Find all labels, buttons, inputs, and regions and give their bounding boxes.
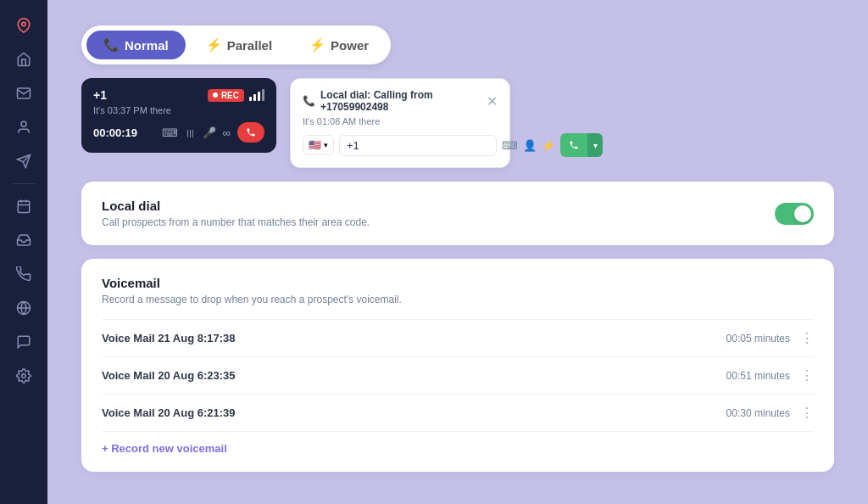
- dialpad-icon[interactable]: ⌨: [162, 126, 178, 139]
- voicemail-menu-1[interactable]: ⋮: [800, 330, 814, 346]
- call-controls: ⌨ ⫼ 🎤 ∞: [162, 122, 264, 143]
- home-icon[interactable]: [8, 44, 39, 75]
- toggle-knob: [794, 205, 811, 222]
- active-call-card: +1 REC It's 03:37 PM there 00:00:: [81, 78, 276, 153]
- chevron-down-icon: ▾: [324, 141, 328, 149]
- local-dial-time: It's 01:08 AM there: [303, 116, 498, 126]
- globe-icon[interactable]: [8, 293, 39, 323]
- inbox-icon[interactable]: [8, 225, 39, 255]
- svg-point-1: [21, 121, 26, 126]
- voicemail-name-2: Voice Mail 20 Aug 6:23:35: [102, 369, 236, 382]
- local-dial-toggle[interactable]: [775, 203, 814, 225]
- voicemail-name-3: Voice Mail 20 Aug 6:21:39: [102, 406, 236, 419]
- voicemail-item: Voice Mail 20 Aug 6:23:35 00:51 minutes …: [102, 356, 814, 394]
- split-icon[interactable]: ⫼: [185, 126, 196, 139]
- voicemail-item: Voice Mail 21 Aug 8:17:38 00:05 minutes …: [102, 319, 814, 356]
- signal-bar-2: [253, 94, 256, 101]
- signal-bar-3: [258, 92, 260, 101]
- call-button-group: ▾: [560, 133, 603, 157]
- keypad-icon[interactable]: ⌨: [502, 139, 518, 152]
- close-call-card-icon[interactable]: ✕: [487, 93, 498, 109]
- voicemail-menu-3[interactable]: ⋮: [800, 405, 814, 421]
- sidebar-divider: [11, 183, 36, 184]
- voicemail-right-1: 00:05 minutes ⋮: [726, 330, 814, 346]
- tab-power-label: Power: [331, 38, 369, 53]
- dial-action-icons: ⌨ 👤 ⚡: [502, 139, 555, 152]
- mode-tabs: 📞 Normal ⚡ Parallel ⚡ Power: [81, 25, 391, 64]
- settings-card-title: Local dial: [102, 199, 370, 213]
- signal-bar-4: [262, 89, 264, 101]
- parallel-tab-icon: ⚡: [206, 37, 222, 53]
- voicemail-name-1: Voice Mail 21 Aug 8:17:38: [102, 332, 236, 344]
- user-add-icon[interactable]: 👤: [523, 139, 537, 152]
- sidebar: [0, 0, 47, 504]
- location-icon[interactable]: [8, 10, 39, 41]
- settings-icon[interactable]: [8, 361, 39, 391]
- local-dial-header-label: 📞 Local dial: Calling from +17059902498: [303, 89, 487, 113]
- tab-normal[interactable]: 📞 Normal: [86, 31, 186, 59]
- user-icon[interactable]: [8, 112, 39, 143]
- end-call-button[interactable]: [237, 122, 264, 143]
- dial-input-row: 🇺🇸 ▾ ⌨ 👤 ⚡ ▾: [303, 133, 498, 157]
- call-time-info: It's 03:37 PM there: [93, 105, 264, 115]
- local-dial-settings-card: Local dial Call prospects from a number …: [81, 182, 834, 245]
- tab-parallel[interactable]: ⚡ Parallel: [189, 31, 289, 59]
- call-green-button[interactable]: [560, 133, 587, 157]
- voicemail-item: Voice Mail 20 Aug 6:21:39 00:30 minutes …: [102, 394, 814, 431]
- svg-rect-4: [18, 201, 30, 213]
- voicemail-right-3: 00:30 minutes ⋮: [726, 405, 814, 421]
- calendar-icon[interactable]: [8, 191, 39, 221]
- voicemail-right-2: 00:51 minutes ⋮: [726, 367, 814, 384]
- chat-icon[interactable]: [8, 327, 39, 357]
- signal-bars: [249, 89, 264, 101]
- rec-badge: REC: [208, 89, 244, 102]
- tab-power[interactable]: ⚡ Power: [292, 31, 386, 59]
- settings-card-text: Local dial Call prospects from a number …: [102, 199, 370, 228]
- voicemail-duration-3: 00:30 minutes: [726, 407, 790, 419]
- phone-tab-icon: 📞: [103, 37, 120, 53]
- call-cards-row: +1 REC It's 03:37 PM there 00:00:: [81, 78, 834, 168]
- call-duration: 00:00:19: [93, 126, 137, 139]
- voicemail-title: Voicemail: [102, 276, 814, 290]
- record-new-voicemail[interactable]: + Record new voicemail: [102, 431, 814, 455]
- voicemail-list: Voice Mail 21 Aug 8:17:38 00:05 minutes …: [102, 319, 814, 431]
- flag-emoji: 🇺🇸: [309, 139, 321, 151]
- call-duration-row: 00:00:19 ⌨ ⫼ 🎤 ∞: [93, 122, 264, 143]
- call-dropdown-button[interactable]: ▾: [587, 133, 603, 157]
- record-new-label: + Record new voicemail: [102, 442, 227, 455]
- svg-point-10: [22, 374, 26, 378]
- phone-sidebar-icon[interactable]: [8, 259, 39, 289]
- voicemail-duration-2: 00:51 minutes: [726, 370, 790, 382]
- mail-badge-icon[interactable]: [8, 78, 39, 109]
- rec-dot: [213, 92, 218, 98]
- flash-icon[interactable]: ⚡: [542, 139, 555, 152]
- phone-green-icon: 📞: [303, 95, 315, 107]
- voicemail-duration-1: 00:05 minutes: [726, 333, 790, 344]
- svg-point-0: [22, 22, 26, 26]
- tab-parallel-label: Parallel: [227, 38, 272, 53]
- settings-card-desc: Call prospects from a number that matche…: [102, 216, 370, 228]
- voicemail-desc: Record a message to drop when you reach …: [102, 294, 814, 305]
- flag-country-select[interactable]: 🇺🇸 ▾: [303, 135, 334, 155]
- voicemail-card: Voicemail Record a message to drop when …: [81, 259, 834, 472]
- phone-number-input[interactable]: [339, 135, 497, 156]
- local-dial-call-card: 📞 Local dial: Calling from +17059902498 …: [290, 78, 510, 168]
- call-number: +1: [93, 88, 107, 102]
- voicemail-menu-2[interactable]: ⋮: [800, 367, 814, 384]
- send-icon[interactable]: [8, 146, 39, 176]
- mute-icon[interactable]: 🎤: [203, 126, 216, 139]
- rec-label: REC: [221, 91, 239, 100]
- power-tab-icon: ⚡: [309, 37, 326, 53]
- settings-card-header: Local dial Call prospects from a number …: [102, 199, 814, 228]
- voicemail-ctrl-icon[interactable]: ∞: [223, 126, 231, 139]
- local-dial-text: Local dial: Calling from +17059902498: [320, 89, 487, 113]
- main-content: 📞 Normal ⚡ Parallel ⚡ Power +1 REC: [47, 0, 868, 504]
- tab-normal-label: Normal: [125, 38, 169, 53]
- signal-bar-1: [249, 97, 252, 101]
